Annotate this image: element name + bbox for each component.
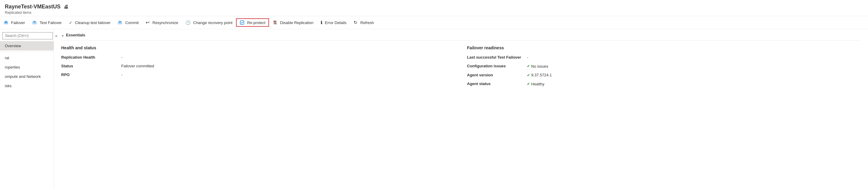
field-value-rpo: - bbox=[121, 73, 122, 77]
field-value-last-successful-test-failover: - bbox=[527, 55, 528, 59]
field-label-configuration-issues: Configuration issues bbox=[467, 64, 527, 68]
svg-point-3 bbox=[33, 21, 36, 23]
green-check-icon: 9.37.5724.1 bbox=[527, 73, 552, 77]
field-last-successful-test-failover: Last successful Test Failover- bbox=[467, 55, 861, 59]
field-agent-status: Agent status Healthy bbox=[467, 81, 861, 86]
print-icon[interactable]: 🖨 bbox=[64, 4, 68, 10]
toolbar-error-details[interactable]: ℹError Details bbox=[317, 18, 350, 27]
sidebar-item-general[interactable]: ral bbox=[0, 53, 54, 62]
sidebar-item-disks[interactable]: isks bbox=[0, 81, 54, 90]
field-replication-health: Replication Health- bbox=[61, 55, 455, 59]
toolbar-test-failover[interactable]: Test Failover bbox=[29, 18, 65, 27]
essentials-grid: Health and status Replication Health-Sta… bbox=[61, 46, 861, 90]
sidebar-item-properties[interactable]: roperties bbox=[0, 62, 54, 72]
svg-point-5 bbox=[119, 21, 121, 23]
page-header: RayneTest-VMEastUS 🖨 Replicated items bbox=[0, 0, 868, 16]
content-area: ⌄ Essentials Health and status Replicati… bbox=[54, 29, 868, 189]
field-configuration-issues: Configuration issues No issues bbox=[467, 64, 861, 69]
failover-readiness-title: Failover readiness bbox=[467, 46, 861, 50]
sidebar-nav: Overviewralropertiesompute and Networkis… bbox=[0, 41, 54, 90]
toolbar-commit[interactable]: Commit bbox=[114, 18, 142, 27]
toolbar-refresh[interactable]: ↻Refresh bbox=[350, 18, 378, 27]
essentials-chevron-icon: ⌄ bbox=[61, 33, 64, 37]
toolbar-cleanup-test-failover[interactable]: ✓Cleanup test failover bbox=[65, 19, 114, 27]
search-input[interactable] bbox=[2, 32, 53, 39]
toolbar-resynchronize[interactable]: ↩Resynchronize bbox=[142, 18, 182, 27]
toolbar-failover[interactable]: Failover bbox=[0, 18, 29, 27]
field-rpo: RPO- bbox=[61, 73, 455, 77]
failover-fields: Last successful Test Failover-Configurat… bbox=[467, 55, 861, 86]
essentials-title: Essentials bbox=[66, 33, 85, 37]
field-label-status: Status bbox=[61, 64, 121, 68]
toolbar-change-recovery-point[interactable]: 🕐Change recovery point bbox=[182, 18, 236, 27]
essentials-header[interactable]: ⌄ Essentials bbox=[61, 29, 861, 40]
field-label-agent-status: Agent status bbox=[467, 81, 527, 86]
field-agent-version: Agent version 9.37.5724.1 bbox=[467, 73, 861, 78]
field-label-replication-health: Replication Health bbox=[61, 55, 121, 59]
field-label-last-successful-test-failover: Last successful Test Failover bbox=[467, 55, 527, 59]
field-status: StatusFailover committed bbox=[61, 64, 455, 68]
page-title: RayneTest-VMEastUS 🖨 bbox=[5, 4, 863, 10]
toolbar-re-protect[interactable]: Re-protect bbox=[236, 18, 269, 27]
failover-readiness-section: Failover readiness Last successful Test … bbox=[467, 46, 861, 90]
green-check-icon: No issues bbox=[527, 64, 548, 69]
toolbar: FailoverTest Failover✓Cleanup test failo… bbox=[0, 16, 868, 29]
health-status-title: Health and status bbox=[61, 46, 455, 50]
field-label-agent-version: Agent version bbox=[467, 73, 527, 77]
toolbar-disable-replication[interactable]: Disable Replication bbox=[269, 18, 317, 27]
sidebar-item-overview[interactable]: Overview bbox=[0, 41, 54, 51]
main-layout: « Overviewralropertiesompute and Network… bbox=[0, 29, 868, 189]
health-fields: Replication Health-StatusFailover commit… bbox=[61, 55, 455, 77]
page-subtitle: Replicated items bbox=[5, 10, 863, 15]
field-value-replication-health: - bbox=[121, 55, 122, 59]
sidebar: « Overviewralropertiesompute and Network… bbox=[0, 29, 54, 189]
field-value-status: Failover committed bbox=[121, 64, 154, 68]
health-status-section: Health and status Replication Health-Sta… bbox=[61, 46, 455, 90]
field-label-rpo: RPO bbox=[61, 73, 121, 77]
green-check-icon: Healthy bbox=[527, 82, 545, 86]
sidebar-item-compute-network[interactable]: ompute and Network bbox=[0, 72, 54, 81]
title-text: RayneTest-VMEastUS bbox=[5, 4, 61, 10]
